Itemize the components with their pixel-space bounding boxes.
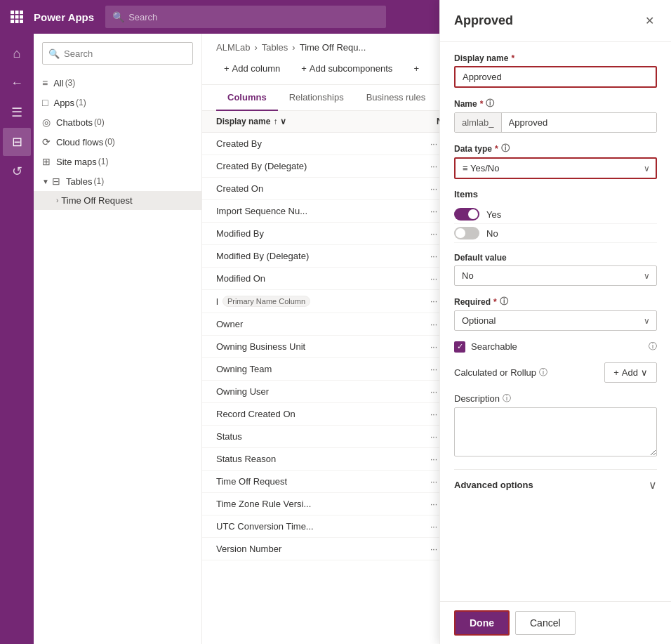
row-dots[interactable]: ···	[430, 229, 437, 239]
row-dots[interactable]: ···	[430, 387, 437, 397]
row-dots[interactable]: ···	[430, 342, 437, 352]
description-info-icon[interactable]: ⓘ	[503, 393, 511, 405]
sidebar-item-apps-label: Apps	[53, 98, 74, 108]
rail-back-icon[interactable]: ←	[3, 69, 31, 97]
breadcrumb-tables[interactable]: Tables	[262, 42, 288, 53]
row-display: Status	[216, 431, 430, 442]
plus-icon-sub: +	[301, 63, 307, 74]
searchable-info-icon[interactable]: ⓘ	[649, 341, 657, 353]
sidebar-item-all[interactable]: ≡ All (3)	[34, 73, 201, 93]
advanced-options-section[interactable]: Advanced options ∨	[454, 469, 657, 500]
svg-rect-7	[15, 20, 19, 23]
breadcrumb-current: Time Off Requ...	[300, 42, 366, 53]
sort-icon: ↑ ∨	[273, 117, 286, 126]
calc-info-icon[interactable]: ⓘ	[539, 367, 547, 379]
rail-menu-icon[interactable]: ☰	[3, 98, 31, 126]
name-label: Name * ⓘ	[454, 98, 657, 110]
row-dots[interactable]: ···	[430, 184, 437, 194]
sidebar-item-tables[interactable]: ▼ ⊟ Tables (1)	[34, 171, 201, 191]
toggle-yes-label: Yes	[486, 209, 501, 220]
rail-history-icon[interactable]: ↺	[3, 157, 31, 185]
panel-close-button[interactable]: ✕	[642, 11, 657, 30]
calc-rollup-row: Calculated or Rollup ⓘ + Add ∨	[454, 362, 657, 383]
sidebar-search-input[interactable]	[64, 48, 187, 59]
row-dots[interactable]: ···	[430, 409, 437, 419]
tab-columns[interactable]: Columns	[216, 85, 278, 111]
add-chevron-icon: ∨	[641, 367, 648, 378]
waffle-menu[interactable]	[0, 0, 34, 34]
description-textarea[interactable]	[454, 407, 657, 456]
data-type-info-icon[interactable]: ⓘ	[501, 143, 510, 155]
svg-rect-8	[20, 20, 23, 23]
data-type-required: *	[495, 144, 498, 154]
row-display: Owning Team	[216, 364, 430, 374]
row-dots[interactable]: ···	[430, 522, 437, 532]
row-dots[interactable]: ···	[430, 432, 437, 442]
sidebar-item-cloud-flows[interactable]: ⟳ Cloud flows (0)	[34, 132, 201, 152]
topbar-search-input[interactable]	[128, 12, 379, 22]
name-input-group: almlab_	[454, 112, 657, 133]
breadcrumb-almlab[interactable]: ALMLab	[216, 42, 250, 53]
app-title: Power Apps	[34, 11, 94, 23]
required-select-wrapper: Optional Required ∨	[454, 310, 657, 331]
sidebar-item-site-maps-label: Site maps	[56, 157, 97, 167]
tables-expand-icon: ▼	[42, 178, 49, 185]
sidebar-item-time-off-request[interactable]: › Time Off Request	[34, 191, 201, 210]
row-dots[interactable]: ···	[430, 477, 437, 487]
required-select[interactable]: Optional Required	[454, 310, 657, 331]
row-dots[interactable]: ···	[430, 320, 437, 329]
cancel-button[interactable]: Cancel	[515, 611, 576, 635]
tables-icon: ⊟	[52, 176, 60, 187]
toggle-yes[interactable]	[454, 208, 479, 221]
icon-rail: ⌂ ← ☰ ⊟ ↺	[0, 34, 34, 644]
name-info-icon[interactable]: ⓘ	[486, 98, 494, 110]
display-name-col-label: Display name	[216, 117, 270, 126]
rail-table-icon[interactable]: ⊟	[3, 128, 31, 156]
row-dots[interactable]: ···	[430, 251, 437, 261]
add-column-button[interactable]: + Add column	[216, 58, 288, 79]
name-label-text: Name	[454, 99, 477, 109]
row-dots[interactable]: ···	[430, 544, 437, 554]
approved-panel: Approved ✕ Display name * Name * ⓘ almla…	[439, 0, 671, 644]
tab-relationships[interactable]: Relationships	[278, 85, 355, 111]
default-value-select[interactable]: No Yes	[454, 265, 657, 286]
sidebar-item-chatbots[interactable]: ◎ Chatbots (0)	[34, 112, 201, 132]
sidebar-item-time-off-request-label: Time Off Request	[61, 195, 132, 206]
required-info-icon[interactable]: ⓘ	[500, 296, 508, 308]
sidebar-item-site-maps[interactable]: ⊞ Site maps (1)	[34, 152, 201, 171]
display-name-label-text: Display name	[454, 53, 508, 63]
more-toolbar-button[interactable]: +	[406, 58, 427, 79]
row-display: Time Zone Rule Versi...	[216, 499, 430, 509]
row-dots[interactable]: ···	[430, 296, 437, 306]
sidebar-item-apps[interactable]: □ Apps (1)	[34, 93, 201, 112]
row-dots[interactable]: ···	[430, 274, 437, 284]
searchable-checkbox[interactable]: ✓	[454, 341, 465, 353]
row-dots[interactable]: ···	[430, 206, 437, 216]
data-type-label-text: Data type	[454, 144, 492, 154]
advanced-options-label: Advanced options	[454, 480, 533, 490]
row-dots[interactable]: ···	[430, 162, 437, 171]
toggle-no[interactable]	[454, 227, 479, 239]
display-name-input[interactable]	[454, 66, 657, 88]
rail-home-icon[interactable]: ⌂	[3, 39, 31, 67]
calc-add-button[interactable]: + Add ∨	[604, 362, 657, 383]
row-dots[interactable]: ···	[430, 499, 437, 509]
items-section: Yes No	[454, 205, 657, 243]
topbar-search-box[interactable]: 🔍	[105, 6, 386, 28]
sidebar-search-box[interactable]: 🔍	[42, 42, 193, 65]
site-maps-icon: ⊞	[42, 156, 51, 167]
name-input[interactable]	[502, 113, 656, 132]
add-subcomponents-button[interactable]: + Add subcomponents	[293, 58, 400, 79]
items-section-label: Items	[454, 189, 657, 199]
advanced-options-chevron-icon: ∨	[649, 478, 657, 492]
data-type-select[interactable]: ≡ Yes/No	[454, 157, 657, 179]
searchable-label: Searchable	[471, 341, 649, 352]
toggle-no-item: No	[454, 224, 657, 243]
tor-expand-icon: ›	[56, 197, 58, 204]
row-dots[interactable]: ···	[430, 364, 437, 374]
row-dots[interactable]: ···	[430, 139, 437, 149]
done-button[interactable]: Done	[454, 610, 510, 636]
row-dots[interactable]: ···	[430, 454, 437, 464]
tab-business-rules[interactable]: Business rules	[355, 85, 437, 111]
row-display: Created On	[216, 183, 430, 194]
